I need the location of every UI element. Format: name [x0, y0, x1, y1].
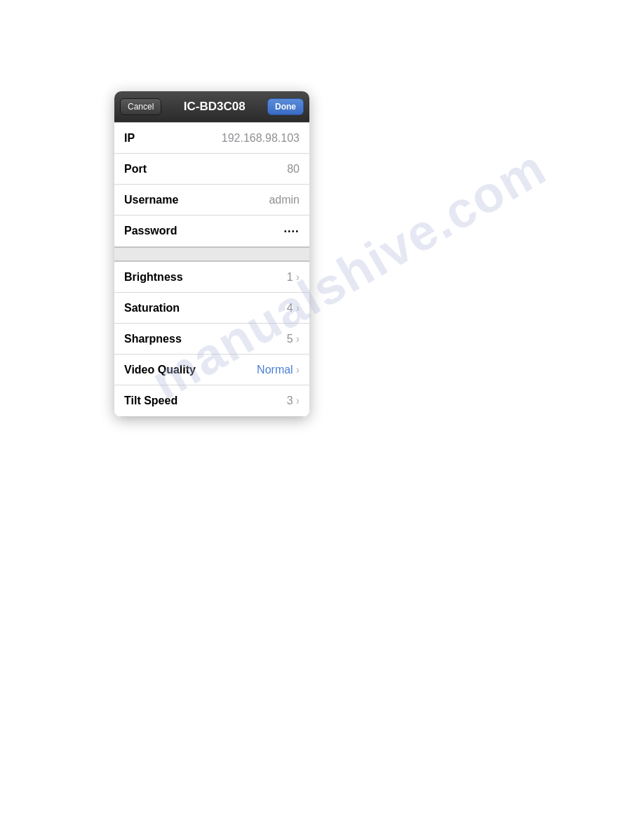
port-label: Port: [124, 163, 147, 176]
video-quality-label: Video Quality: [124, 364, 196, 376]
password-row[interactable]: Password ••••: [114, 216, 309, 246]
sharpness-number: 5: [287, 333, 293, 345]
saturation-chevron: ›: [296, 302, 300, 315]
brightness-row[interactable]: Brightness 1 ›: [114, 262, 309, 293]
username-label: Username: [124, 194, 178, 206]
brightness-number: 1: [287, 271, 293, 284]
done-button[interactable]: Done: [267, 98, 304, 115]
brightness-chevron: ›: [296, 271, 300, 284]
video-quality-value: Normal ›: [257, 364, 300, 376]
saturation-row[interactable]: Saturation 4 ›: [114, 293, 309, 324]
ip-label: IP: [124, 132, 135, 145]
video-quality-row[interactable]: Video Quality Normal ›: [114, 355, 309, 385]
saturation-number: 4: [287, 302, 293, 315]
sharpness-value: 5 ›: [287, 333, 300, 345]
cancel-button[interactable]: Cancel: [120, 98, 161, 115]
brightness-label: Brightness: [124, 271, 183, 284]
sharpness-chevron: ›: [296, 333, 300, 345]
settings-section: Brightness 1 › Saturation 4 › Sharpness …: [114, 261, 309, 417]
video-quality-text: Normal: [257, 364, 293, 376]
saturation-value: 4 ›: [287, 302, 300, 315]
tilt-speed-number: 3: [287, 395, 293, 407]
ip-value: 192.168.98.103: [222, 132, 300, 145]
username-value: admin: [269, 194, 300, 206]
ip-row[interactable]: IP 192.168.98.103: [114, 123, 309, 154]
tilt-speed-chevron: ›: [296, 395, 300, 407]
port-value: 80: [287, 163, 300, 176]
dialog-title: IC-BD3C08: [161, 100, 267, 114]
sharpness-row[interactable]: Sharpness 5 ›: [114, 324, 309, 355]
tilt-speed-row[interactable]: Tilt Speed 3 ›: [114, 385, 309, 416]
tilt-speed-value: 3 ›: [287, 395, 300, 407]
section-spacer: [114, 247, 309, 261]
brightness-value: 1 ›: [287, 271, 300, 284]
nav-bar: Cancel IC-BD3C08 Done: [114, 91, 309, 122]
video-quality-chevron: ›: [296, 364, 300, 376]
username-row[interactable]: Username admin: [114, 185, 309, 216]
settings-dialog: Cancel IC-BD3C08 Done IP 192.168.98.103 …: [114, 91, 309, 417]
password-label: Password: [124, 225, 177, 237]
port-row[interactable]: Port 80: [114, 154, 309, 185]
tilt-speed-label: Tilt Speed: [124, 395, 177, 407]
sharpness-label: Sharpness: [124, 333, 182, 345]
password-value: ••••: [284, 227, 300, 235]
saturation-label: Saturation: [124, 302, 180, 315]
connection-section: IP 192.168.98.103 Port 80 Username admin…: [114, 122, 309, 247]
